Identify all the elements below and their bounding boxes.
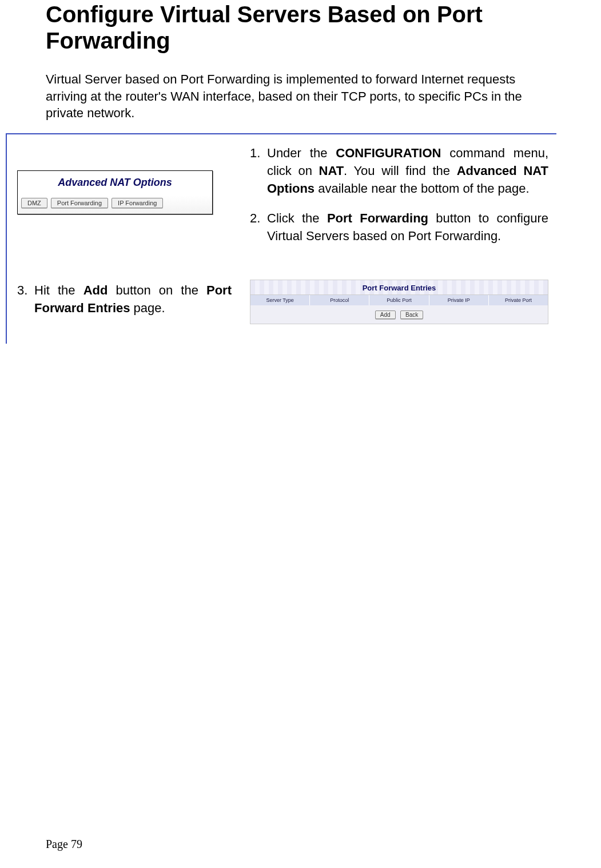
port-forward-actions: Add Back [250, 305, 548, 324]
text: button on the [108, 283, 206, 297]
text: page. [130, 301, 165, 315]
step-3: 3. Hit the Add button on the Port Forwar… [17, 282, 232, 317]
cell-nat-screenshot: Advanced NAT Options DMZ Port Forwarding… [7, 134, 240, 272]
col-protocol: Protocol [310, 295, 369, 305]
col-private-ip: Private IP [429, 295, 489, 305]
text: Under the [267, 146, 336, 160]
step-2: 2. Click the Port Forwarding button to c… [250, 210, 548, 245]
step-3-number: 3. [17, 282, 34, 317]
col-private-port: Private Port [489, 295, 548, 305]
port-forwarding-button[interactable]: Port Forwarding [51, 198, 108, 208]
text: . You will find the [344, 164, 457, 178]
port-forward-title: Port Forward Entries [250, 280, 548, 295]
col-server-type: Server Type [250, 295, 310, 305]
ip-forwarding-button[interactable]: IP Forwarding [112, 198, 163, 208]
advanced-nat-options-panel: Advanced NAT Options DMZ Port Forwarding… [17, 170, 213, 214]
step-3-text: Hit the Add button on the Port Forward E… [34, 282, 232, 317]
document-page: Configure Virtual Servers Based on Port … [0, 0, 601, 868]
nat-panel-heading: Advanced NAT Options [18, 171, 212, 196]
port-forward-entries-panel: Port Forward Entries Server Type Protoco… [250, 280, 548, 324]
add-button[interactable]: Add [375, 310, 396, 319]
text: Click the [267, 211, 327, 225]
bold-nat: NAT [319, 164, 344, 178]
dmz-button[interactable]: DMZ [21, 198, 47, 208]
nat-button-row: DMZ Port Forwarding IP Forwarding [18, 196, 212, 214]
cell-port-forward-screenshot: Port Forward Entries Server Type Protoco… [240, 272, 556, 344]
intro-paragraph: Virtual Server based on Port Forwarding … [46, 71, 532, 122]
back-button[interactable]: Back [400, 310, 423, 319]
bold-configuration: CONFIGURATION [336, 146, 441, 160]
instruction-grid: Advanced NAT Options DMZ Port Forwarding… [6, 133, 556, 344]
col-public-port: Public Port [369, 295, 429, 305]
page-title: Configure Virtual Servers Based on Port … [46, 0, 555, 54]
step-1-number: 1. [250, 145, 267, 197]
step-1: 1. Under the CONFIGURATION command menu,… [250, 145, 548, 197]
text: available near the bottom of the page. [315, 181, 529, 196]
text: Hit the [34, 283, 83, 297]
cell-step-3: 3. Hit the Add button on the Port Forwar… [7, 272, 240, 344]
step-2-number: 2. [250, 210, 267, 245]
page-number: Page 79 [46, 838, 82, 851]
bold-port-forwarding: Port Forwarding [327, 211, 428, 225]
step-2-text: Click the Port Forwarding button to conf… [267, 210, 548, 245]
port-forward-table-header: Server Type Protocol Public Port Private… [250, 295, 548, 305]
step-1-text: Under the CONFIGURATION command menu, cl… [267, 145, 548, 197]
cell-steps-1-2: 1. Under the CONFIGURATION command menu,… [240, 134, 556, 272]
bold-add: Add [83, 283, 108, 297]
